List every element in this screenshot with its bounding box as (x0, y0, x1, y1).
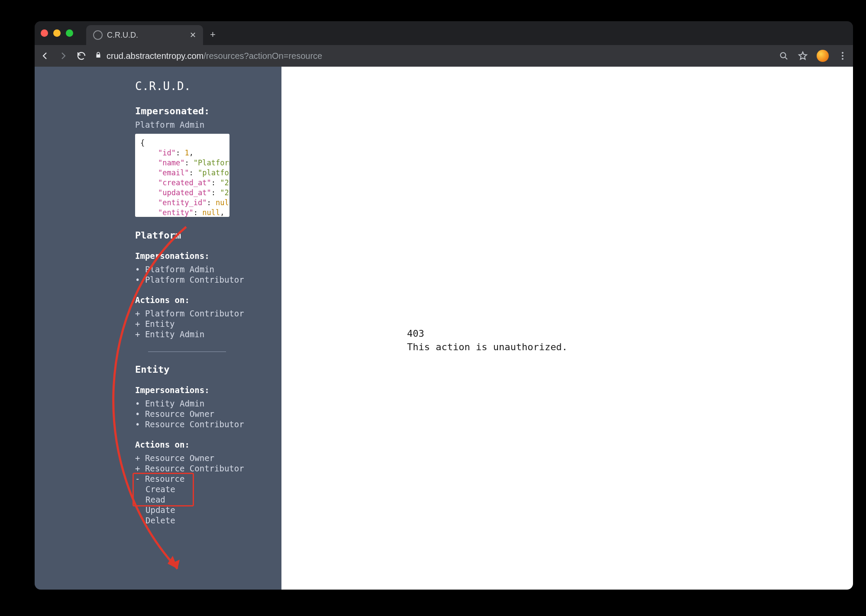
impersonated-role: Platform Admin (135, 120, 278, 129)
svg-point-3 (842, 58, 843, 60)
list-item[interactable]: Resource Contributor (135, 419, 278, 429)
reload-button[interactable] (76, 51, 87, 61)
resource-sub-actions: Create Read Update Delete (145, 484, 278, 526)
entity-impersonations-list: Entity Admin Resource Owner Resource Con… (135, 398, 278, 429)
json-snippet: { "id": 1, "name": "Platform Adm "email"… (135, 134, 229, 217)
sidebar: C.R.U.D. Impersonated: Platform Admin { … (35, 67, 281, 590)
entity-actions-list: Resource Owner Resource Contributor (135, 453, 278, 474)
list-item[interactable]: Entity (135, 319, 278, 329)
browser-toolbar: crud.abstractentropy.com/resources?actio… (35, 45, 853, 67)
list-item[interactable]: Resource Owner (135, 409, 278, 419)
section-entity-title: Entity (135, 364, 278, 375)
list-item[interactable]: Entity Admin (135, 398, 278, 409)
svg-point-2 (842, 55, 843, 57)
app-title: C.R.U.D. (135, 80, 278, 93)
impersonated-header: Impersonated: (135, 106, 278, 116)
url-text: crud.abstractentropy.com/resources?actio… (107, 51, 322, 61)
svg-point-0 (781, 53, 786, 58)
browser-tab[interactable]: C.R.U.D. ✕ (86, 25, 203, 45)
entity-actions-header: Actions on: (135, 440, 278, 449)
window-controls (41, 29, 73, 37)
platform-actions-header: Actions on: (135, 295, 278, 305)
zoom-icon[interactable] (779, 51, 789, 61)
tab-title: C.R.U.D. (107, 31, 185, 40)
new-tab-button[interactable]: + (210, 29, 216, 40)
minimize-window-button[interactable] (53, 29, 61, 37)
section-platform-title: Platform (135, 230, 278, 241)
address-bar[interactable]: crud.abstractentropy.com/resources?actio… (94, 48, 766, 64)
toolbar-right (779, 50, 848, 62)
maximize-window-button[interactable] (66, 29, 73, 37)
platform-impersonations-list: Platform Admin Platform Contributor (135, 264, 278, 285)
list-item[interactable]: Platform Contributor (135, 274, 278, 285)
error-code: 403 (407, 327, 853, 341)
forward-button[interactable] (58, 51, 68, 61)
list-item[interactable]: Platform Contributor (135, 308, 278, 319)
svg-marker-4 (168, 556, 178, 569)
globe-icon (93, 30, 103, 40)
platform-impersonations-header: Impersonations: (135, 251, 278, 261)
lock-icon (94, 51, 102, 61)
close-tab-icon[interactable]: ✕ (190, 30, 196, 40)
action-update[interactable]: Update (145, 505, 278, 515)
entity-impersonations-header: Impersonations: (135, 385, 278, 395)
svg-point-1 (842, 52, 843, 54)
tab-strip: C.R.U.D. ✕ + (35, 21, 853, 45)
expanded-resource-item[interactable]: Resource (135, 474, 278, 484)
browser-window: C.R.U.D. ✕ + crud.abstractentropy.com/re… (35, 21, 853, 590)
list-item[interactable]: Resource Owner (135, 453, 278, 463)
action-create[interactable]: Create (145, 484, 278, 494)
action-read[interactable]: Read (145, 494, 278, 505)
back-button[interactable] (40, 51, 50, 61)
bookmark-star-icon[interactable] (798, 51, 808, 61)
kebab-menu-icon[interactable] (837, 51, 848, 61)
main-content: 403 This action is unauthorized. (281, 67, 853, 590)
list-item[interactable]: Entity Admin (135, 329, 278, 339)
list-item[interactable]: Resource Contributor (135, 463, 278, 474)
platform-actions-list: Platform Contributor Entity Entity Admin (135, 308, 278, 339)
profile-avatar[interactable] (817, 50, 829, 62)
close-window-button[interactable] (41, 29, 48, 37)
list-item[interactable]: Platform Admin (135, 264, 278, 274)
section-divider (148, 352, 226, 352)
action-delete[interactable]: Delete (145, 515, 278, 526)
page-content: C.R.U.D. Impersonated: Platform Admin { … (35, 67, 853, 590)
error-message: This action is unauthorized. (407, 341, 853, 354)
